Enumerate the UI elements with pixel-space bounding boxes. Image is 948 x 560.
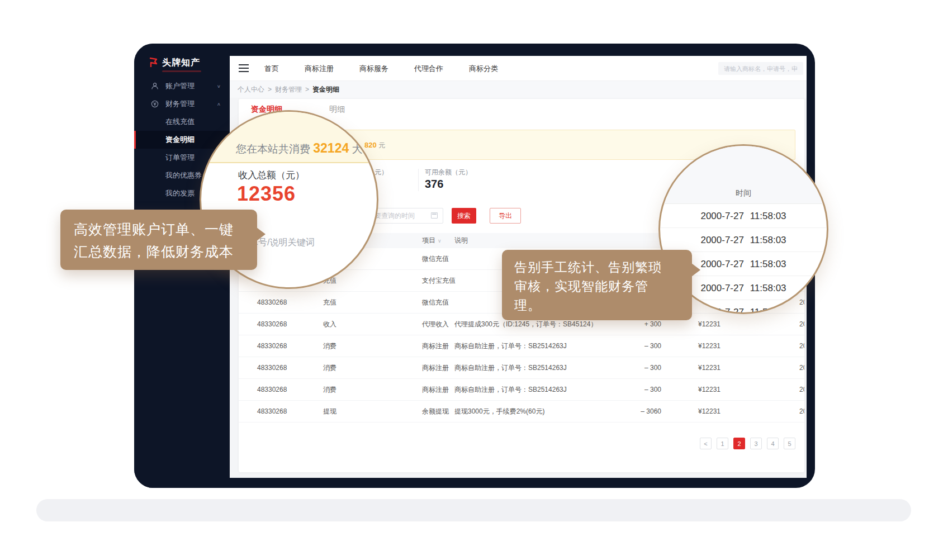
sidebar-item-label: 订单管理 — [165, 153, 195, 163]
page-prev-button[interactable]: < — [700, 438, 712, 449]
table-cell: ¥12231 — [676, 379, 721, 400]
sidebar-item-finance[interactable]: 财务管理 ∧ — [134, 95, 230, 113]
trademark-search-input[interactable] — [718, 62, 803, 75]
table-cell: 微信充值 — [422, 248, 449, 269]
table-cell: 商标注册 — [422, 379, 449, 400]
table-cell: 48330268 — [257, 379, 287, 400]
table-cell: 商标注册 — [422, 357, 449, 378]
export-button[interactable]: 导出 — [490, 208, 521, 224]
magnified-banner-text: 您在本站共消费 32124 大 — [236, 141, 363, 156]
magnified-time-row: 2000-7-27 11:58:03 — [660, 204, 827, 228]
table-row: 48330268提现余额提现提现3000元，手续费2%(60元)– 3060¥1… — [239, 401, 804, 423]
table-cell: – 300 — [617, 357, 661, 378]
callout-text: 告别手工统计、告别繁琐 — [514, 258, 680, 277]
topbar: 首页商标注册商标服务代理合作商标分类 — [230, 56, 807, 81]
breadcrumb-separator: > — [305, 86, 309, 93]
table-cell: 商标自助注册，订单号：SB2514263J — [454, 335, 567, 357]
table-cell: 支付宝充值 — [422, 270, 456, 291]
table-cell: 充值 — [323, 292, 336, 313]
banner-amount: 820 — [364, 141, 377, 149]
tab-secondary[interactable]: 明细 — [329, 105, 345, 115]
table-cell: 消费 — [323, 335, 336, 357]
nav-item[interactable]: 商标分类 — [469, 64, 498, 74]
breadcrumb: 个人中心 > 财务管理 > 资金明细 — [230, 81, 807, 98]
sidebar-item-fund-details[interactable]: 资金明细 — [134, 131, 230, 149]
table-row: 48330268消费商标注册商标自助注册，订单号：SB2514263J– 300… — [239, 335, 804, 357]
breadcrumb-current: 资金明细 — [312, 85, 339, 94]
table-cell: 2000-7-27 11:58:03 — [799, 401, 804, 422]
calendar-icon[interactable] — [431, 212, 438, 219]
table-cell: 代理收入 — [422, 314, 449, 335]
callout-text: 理。 — [514, 296, 680, 315]
table-cell: 48330268 — [257, 314, 287, 335]
table-cell: ¥12231 — [676, 335, 721, 357]
callout-text: 汇总数据，降低财务成本 — [74, 240, 244, 263]
header-project[interactable]: 项目∨ — [422, 233, 442, 248]
brand-flag-icon — [148, 57, 159, 68]
table-cell: ¥12231 — [676, 401, 721, 422]
table-cell: 48330268 — [257, 401, 287, 422]
laptop-base — [36, 499, 911, 521]
nav-item[interactable]: 商标服务 — [359, 64, 388, 74]
logo-subtext-decoration — [162, 70, 201, 72]
chevron-up-icon: ∧ — [217, 102, 221, 107]
table-cell: 提现 — [323, 401, 336, 422]
nav-item[interactable]: 商标注册 — [305, 64, 334, 74]
banner-visible-text: 820 元 — [364, 141, 385, 150]
user-icon — [151, 82, 159, 90]
sidebar-item-online-recharge[interactable]: 在线充值 — [134, 113, 230, 131]
page-button-3[interactable]: 3 — [750, 438, 762, 449]
logo-title: 头牌知产 — [162, 57, 201, 69]
sidebar-item-label: 财务管理 — [165, 99, 195, 109]
table-cell: 收入 — [323, 314, 336, 335]
table-cell: – 300 — [617, 379, 661, 400]
callout-right: 告别手工统计、告别繁琐 审核，实现智能财务管 理。 — [502, 250, 692, 320]
nav-item[interactable]: 首页 — [264, 64, 279, 74]
main-nav: 首页商标注册商标服务代理合作商标分类 — [264, 56, 498, 81]
laptop-mockup: 头牌知产 账户管理 ∨ 财务管理 ∧ — [0, 0, 948, 560]
page-button-4[interactable]: 4 — [767, 438, 779, 449]
breadcrumb-item[interactable]: 个人中心 — [238, 85, 264, 94]
table-cell: 2000-7-27 11:58:03 — [799, 292, 804, 313]
magnified-income-label: 收入总额（元） — [238, 169, 305, 182]
callout-text: 高效管理账户订单、一键 — [74, 218, 244, 240]
table-cell: 消费 — [323, 379, 336, 400]
nav-item[interactable]: 代理合作 — [414, 64, 443, 74]
page-button-2[interactable]: 2 — [733, 438, 745, 449]
header-description: 说明 — [454, 233, 468, 248]
menu-hamburger-icon[interactable] — [239, 64, 249, 72]
table-cell: 2000-7-27 11:58:03 — [799, 335, 804, 357]
callout-text: 审核，实现智能财务管 — [514, 277, 680, 296]
sidebar-item-label: 账户管理 — [165, 81, 195, 91]
search-button[interactable]: 搜索 — [452, 208, 476, 224]
stat-divider — [418, 169, 419, 191]
finance-coin-icon — [151, 100, 159, 108]
table-cell: 2000-7-27 11:58:03 — [799, 314, 804, 335]
page-button-5[interactable]: 5 — [784, 438, 795, 449]
sidebar-item-label: 在线充值 — [165, 117, 195, 127]
table-cell: 2000-7-27 11:58:03 — [799, 357, 804, 378]
table-cell: 商标自助注册，订单号：SB2514263J — [454, 379, 567, 400]
breadcrumb-item[interactable]: 财务管理 — [275, 85, 302, 94]
table-cell: 2000-7-27 11:58:03 — [799, 379, 804, 400]
table-row: 48330268消费商标注册商标自助注册，订单号：SB2514263J– 300… — [239, 357, 804, 379]
breadcrumb-separator: > — [268, 86, 272, 93]
pagination: <12345 — [700, 438, 795, 449]
callout-left: 高效管理账户订单、一键 汇总数据，降低财务成本 — [60, 210, 257, 270]
table-cell: – 300 — [617, 335, 661, 357]
table-cell: 余额提现 — [422, 401, 449, 422]
stat-balance-value: 376 — [425, 178, 443, 191]
logo[interactable]: 头牌知产 — [148, 57, 201, 72]
table-cell: 提现3000元，手续费2%(60元) — [454, 401, 544, 422]
page-button-1[interactable]: 1 — [717, 438, 728, 449]
table-cell: 商标注册 — [422, 335, 449, 357]
sort-caret-icon: ∨ — [438, 238, 442, 244]
table-cell: 商标自助注册，订单号：SB2514263J — [454, 357, 567, 378]
stat-balance-label: 可用余额（元） — [425, 168, 472, 177]
banner-unit: 元 — [378, 141, 385, 149]
table-cell: 48330268 — [257, 357, 287, 378]
chevron-down-icon: ∨ — [217, 84, 221, 89]
sidebar-item-account[interactable]: 账户管理 ∨ — [134, 77, 230, 95]
table-cell: 48330268 — [257, 335, 287, 357]
table-cell: 消费 — [323, 357, 336, 378]
